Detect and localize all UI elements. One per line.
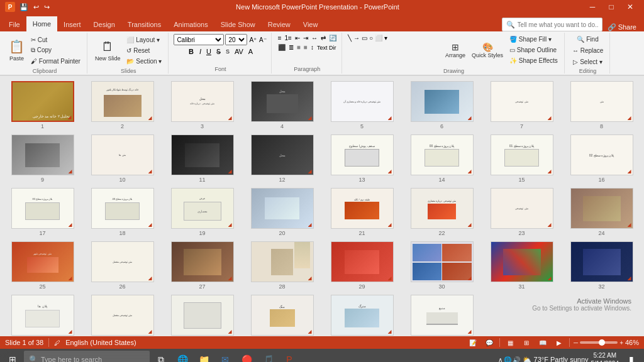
select-button[interactable]: ▷ Select ▾ bbox=[570, 57, 604, 67]
zoom-slider-thumb[interactable] bbox=[599, 339, 605, 346]
shadow-button[interactable]: S bbox=[224, 48, 231, 55]
slide-thumb[interactable]: متن توضیحی مفصل 26 bbox=[85, 241, 160, 290]
textbox-shape[interactable]: ⬜ bbox=[374, 34, 383, 67]
search-input[interactable] bbox=[41, 356, 145, 362]
volume-icon[interactable]: 🔊 bbox=[513, 356, 520, 363]
show-desktop-button[interactable]: ▮ bbox=[621, 349, 641, 362]
slide-thumb[interactable]: متن توضیحی مفصل 34 bbox=[85, 295, 160, 336]
normal-view-button[interactable]: ▦ bbox=[504, 337, 516, 348]
search-bar[interactable]: 🔍 bbox=[24, 351, 150, 362]
arrow-shape[interactable]: → bbox=[353, 34, 360, 67]
redo-quick-btn[interactable]: ↪ bbox=[42, 3, 52, 12]
reading-view-button[interactable]: 📖 bbox=[536, 337, 549, 348]
share-button[interactable]: 🔗 Share bbox=[608, 23, 636, 31]
slide-thumb[interactable]: پلان پروژه سطح 02 16 bbox=[564, 134, 639, 183]
shape-fill-button[interactable]: 🪣 Shape Fill ▾ bbox=[507, 34, 560, 44]
undo-quick-btn[interactable]: ↩ bbox=[31, 3, 41, 12]
zoom-in-button[interactable]: + bbox=[619, 339, 623, 346]
align-right-button[interactable]: ≡ bbox=[296, 43, 302, 52]
convert-smartart-button[interactable]: 🔄 bbox=[328, 34, 338, 42]
slide-thumb[interactable]: پلان پروژه سطح 83 17 bbox=[5, 188, 80, 236]
font-family-select[interactable]: Calibri bbox=[174, 34, 224, 45]
start-button[interactable]: ⊞ bbox=[3, 349, 23, 362]
cut-button[interactable]: ✂ Cut bbox=[28, 35, 83, 45]
slide-thumb[interactable]: 24 bbox=[564, 188, 639, 236]
slide-thumb[interactable]: سقف پوش/ سطوح 13 bbox=[325, 134, 399, 183]
replace-button[interactable]: ↔ Replace bbox=[570, 45, 606, 55]
copy-button[interactable]: ⧉ Copy bbox=[28, 45, 83, 55]
spotify-button[interactable]: 🎵 bbox=[258, 349, 278, 362]
slide-thumb[interactable]: متن توضیحی 23 bbox=[484, 188, 559, 236]
font-size-select[interactable]: 20 bbox=[225, 34, 247, 45]
chrome-button[interactable]: 🔴 bbox=[236, 349, 257, 362]
network-icon[interactable]: 🌐 bbox=[504, 356, 511, 363]
maximize-button[interactable]: □ bbox=[602, 1, 620, 13]
text-direction-button[interactable]: ↔ bbox=[310, 34, 319, 42]
increase-indent-button[interactable]: ⇥ bbox=[302, 34, 309, 42]
shape-effects-button[interactable]: ✨ Shape Effects bbox=[507, 55, 560, 65]
tab-insert[interactable]: Insert bbox=[57, 18, 87, 31]
slideshow-view-button[interactable]: ▶ bbox=[553, 337, 565, 348]
tab-review[interactable]: Review bbox=[262, 18, 297, 31]
slide-thumb[interactable]: پلان پروژه سطح 48 18 bbox=[85, 188, 160, 236]
slide-thumb[interactable]: 9 bbox=[5, 134, 80, 183]
rect-shape[interactable]: ▭ bbox=[361, 34, 368, 67]
tab-view[interactable]: View bbox=[297, 18, 325, 31]
clock[interactable]: 5:22 AM 5/11/2024 bbox=[591, 351, 619, 362]
slide-thumb[interactable]: تحلیل ۲ خانه مد خارجی 1 bbox=[5, 81, 80, 129]
slide-thumb[interactable]: 27 bbox=[165, 241, 240, 290]
slide-thumb[interactable]: 32 bbox=[564, 241, 639, 290]
tab-transitions[interactable]: Transitions bbox=[121, 18, 167, 31]
shape-outline-button[interactable]: ▭ Shape Outline bbox=[507, 45, 560, 55]
italic-button[interactable]: I bbox=[197, 47, 203, 56]
bullets-button[interactable]: ≡ bbox=[277, 34, 283, 42]
slide-thumb[interactable]: منبع 38 bbox=[404, 295, 479, 336]
weather-widget[interactable]: ⛅ 73°F Partly sunny bbox=[523, 356, 589, 363]
slide-thumb[interactable]: منگ 36 bbox=[245, 295, 319, 336]
zoom-out-button[interactable]: ─ bbox=[574, 339, 578, 346]
powerpoint-taskbar-button[interactable]: P bbox=[279, 349, 299, 362]
slide-thumb[interactable]: پلان پروژه سطح 01 15 bbox=[484, 134, 559, 183]
tell-me-box[interactable]: 🔍 bbox=[502, 18, 602, 31]
decrease-font-button[interactable]: A⁻ bbox=[258, 36, 267, 44]
decrease-indent-button[interactable]: ⇤ bbox=[294, 34, 301, 42]
arrange-button[interactable]: ⊞ Arrange bbox=[443, 34, 468, 67]
slide-thumb[interactable]: متن توضیحی 7 bbox=[484, 81, 559, 129]
paste-button[interactable]: 📋 Paste bbox=[6, 34, 27, 67]
section-button[interactable]: 📂 Section ▾ bbox=[124, 56, 164, 66]
align-left-button[interactable]: ⬛ bbox=[277, 43, 287, 52]
save-quick-btn[interactable]: 💾 bbox=[18, 3, 30, 12]
more-shapes[interactable]: ▾ bbox=[384, 34, 388, 67]
line-shape[interactable]: ╲ bbox=[347, 34, 352, 67]
align-center-button[interactable]: ≣ bbox=[287, 43, 295, 52]
zoom-slider[interactable] bbox=[580, 341, 618, 344]
slide-thumb[interactable]: محل 12 bbox=[245, 134, 319, 183]
circle-shape[interactable]: ○ bbox=[369, 34, 374, 67]
strikethrough-button[interactable]: S̶ bbox=[214, 47, 223, 57]
format-painter-button[interactable]: 🖌 Format Painter bbox=[28, 56, 83, 66]
slide-thumb[interactable]: متن توضیحی درباره خانه و معماری آن 5 bbox=[325, 81, 399, 129]
slide-thumb[interactable]: متن 8 bbox=[564, 81, 639, 129]
tab-design[interactable]: Design bbox=[87, 18, 121, 31]
task-view-button[interactable]: ⧉ bbox=[151, 349, 171, 362]
slide-thumb[interactable]: پلان پروژه سطح 00 14 bbox=[404, 134, 479, 183]
font-color-button[interactable]: A bbox=[247, 47, 255, 56]
new-slide-button[interactable]: 🗒 New Slide bbox=[92, 34, 123, 67]
layout-button[interactable]: ⬜ Layout ▾ bbox=[124, 35, 164, 45]
slide-thumb[interactable]: محل متن توضیحی درباره خانه 3 bbox=[165, 81, 240, 129]
comments-button[interactable]: 💬 bbox=[483, 337, 496, 348]
slide-thumb[interactable]: 28 bbox=[245, 241, 319, 290]
slide-thumb[interactable]: 31 bbox=[484, 241, 559, 290]
tab-slideshow[interactable]: Slide Show bbox=[214, 18, 262, 31]
quick-styles-button[interactable]: 🎨 Quick Styles bbox=[469, 34, 506, 67]
tab-home[interactable]: Home bbox=[26, 16, 57, 31]
line-spacing-button[interactable]: ↕ bbox=[309, 43, 315, 52]
slide-thumb[interactable]: متن توضیحی درباره معماری 22 bbox=[404, 188, 479, 236]
slide-thumb[interactable]: متن ها 10 bbox=[85, 134, 160, 183]
mail-button[interactable]: ✉ bbox=[215, 349, 235, 362]
slide-thumb[interactable]: 30 bbox=[404, 241, 479, 290]
tell-me-input[interactable] bbox=[518, 21, 598, 28]
char-spacing-button[interactable]: AV bbox=[233, 47, 245, 56]
slide-thumb[interactable]: 29 bbox=[325, 241, 399, 290]
slide-thumb[interactable]: پلان ها 33 bbox=[5, 295, 80, 336]
